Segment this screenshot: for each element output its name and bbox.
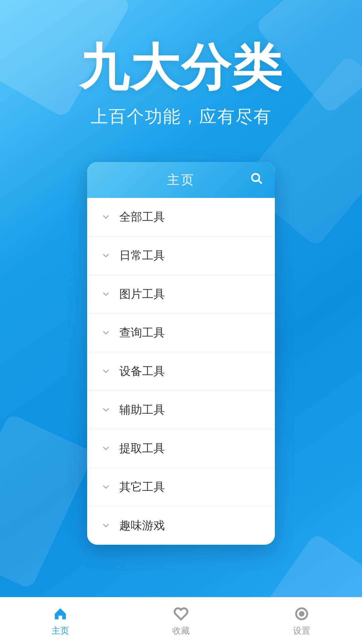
chevron-down-icon bbox=[101, 327, 111, 338]
menu-item-extract-tools[interactable]: 提取工具 bbox=[87, 429, 275, 468]
menu-item-other-tools[interactable]: 其它工具 bbox=[87, 468, 275, 506]
hero-section: 九大分类 上百个功能，应有尽有 bbox=[0, 0, 362, 149]
chevron-down-icon bbox=[101, 443, 111, 454]
menu-item-label-assist-tools: 辅助工具 bbox=[119, 402, 165, 418]
menu-list: 全部工具日常工具图片工具查询工具设备工具辅助工具提取工具其它工具趣味游戏 bbox=[87, 198, 275, 545]
menu-item-label-image-tools: 图片工具 bbox=[119, 286, 165, 302]
menu-item-label-extract-tools: 提取工具 bbox=[119, 441, 165, 456]
main-content: 九大分类 上百个功能，应有尽有 主页 全部工具日常工具图片工具查询工具设备工具辅… bbox=[0, 0, 362, 644]
menu-item-assist-tools[interactable]: 辅助工具 bbox=[87, 391, 275, 429]
hero-title: 九大分类 bbox=[20, 40, 342, 95]
phone-card: 主页 全部工具日常工具图片工具查询工具设备工具辅助工具提取工具其它工具趣味游戏 bbox=[87, 162, 275, 545]
chevron-down-icon bbox=[101, 212, 111, 222]
search-button[interactable] bbox=[250, 172, 263, 188]
chevron-down-icon bbox=[101, 405, 111, 415]
search-icon bbox=[250, 172, 263, 185]
hero-subtitle: 上百个功能，应有尽有 bbox=[20, 105, 342, 128]
menu-item-all-tools[interactable]: 全部工具 bbox=[87, 198, 275, 236]
menu-item-daily-tools[interactable]: 日常工具 bbox=[87, 236, 275, 275]
menu-item-label-all-tools: 全部工具 bbox=[119, 209, 165, 225]
chevron-down-icon bbox=[101, 250, 111, 261]
menu-item-label-fun-games: 趣味游戏 bbox=[119, 518, 165, 533]
menu-item-fun-games[interactable]: 趣味游戏 bbox=[87, 506, 275, 545]
chevron-down-icon bbox=[101, 520, 111, 531]
phone-header: 主页 bbox=[87, 162, 275, 198]
menu-item-label-query-tools: 查询工具 bbox=[119, 325, 165, 340]
menu-item-label-other-tools: 其它工具 bbox=[119, 479, 165, 495]
menu-item-query-tools[interactable]: 查询工具 bbox=[87, 314, 275, 352]
menu-item-label-daily-tools: 日常工具 bbox=[119, 248, 165, 263]
menu-item-label-device-tools: 设备工具 bbox=[119, 364, 165, 379]
menu-item-image-tools[interactable]: 图片工具 bbox=[87, 275, 275, 314]
svg-point-0 bbox=[252, 174, 259, 181]
chevron-down-icon bbox=[101, 482, 111, 492]
chevron-down-icon bbox=[101, 289, 111, 300]
phone-header-title: 主页 bbox=[167, 171, 195, 189]
svg-line-1 bbox=[258, 180, 262, 184]
menu-item-device-tools[interactable]: 设备工具 bbox=[87, 352, 275, 391]
chevron-down-icon bbox=[101, 366, 111, 377]
